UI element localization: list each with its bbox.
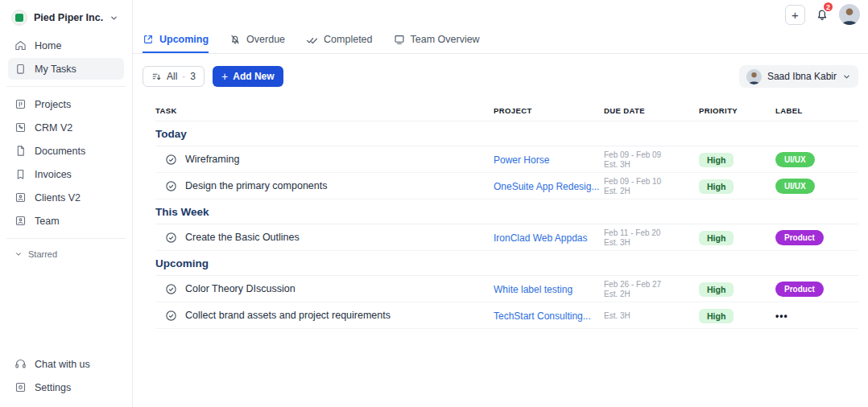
tab-label: Completed bbox=[324, 34, 372, 45]
starred-section-toggle[interactable]: Starred bbox=[8, 245, 124, 264]
workspace-switcher[interactable]: Pied Piper Inc. bbox=[8, 6, 124, 34]
label-badge: Product bbox=[775, 282, 824, 297]
sidebar-item-clients[interactable]: Clients V2 bbox=[8, 187, 124, 208]
task-complete-checkbox[interactable] bbox=[165, 232, 177, 244]
column-header-project: PROJECT bbox=[494, 106, 604, 115]
sidebar-item-team[interactable]: Team bbox=[8, 210, 124, 232]
add-new-button[interactable]: + Add New bbox=[213, 66, 283, 87]
table-row[interactable]: Create the Basic Outlines IronClad Web A… bbox=[155, 224, 858, 251]
workspace-name: Pied Piper Inc. bbox=[34, 12, 103, 23]
home-icon bbox=[14, 39, 27, 51]
column-header-label: LABEL bbox=[775, 106, 858, 115]
sidebar-item-chat[interactable]: Chat with us bbox=[8, 353, 124, 375]
table-header: TASK PROJECT DUE DATE PRIORITY LABEL bbox=[155, 101, 858, 121]
settings-icon bbox=[14, 381, 27, 393]
invoice-icon bbox=[14, 168, 27, 180]
profile-avatar[interactable] bbox=[839, 4, 860, 25]
task-title: Create the Basic Outlines bbox=[185, 232, 300, 243]
tasks-icon bbox=[14, 63, 27, 75]
sidebar-item-label: Settings bbox=[35, 382, 71, 393]
user-avatar bbox=[746, 69, 762, 84]
priority-badge: High bbox=[699, 231, 734, 245]
tab-bar: Upcoming Overdue Completed Team Overview bbox=[133, 29, 868, 54]
divider bbox=[6, 86, 126, 87]
table-row[interactable]: Color Theory DIscussion White label test… bbox=[155, 276, 858, 302]
phone-icon bbox=[14, 121, 27, 134]
column-header-task: TASK bbox=[155, 106, 494, 115]
due-estimate: Est. 3H bbox=[604, 160, 699, 169]
task-title: Collect brand assets and project require… bbox=[185, 310, 391, 321]
user-name: Saad Ibna Kabir bbox=[767, 71, 837, 82]
project-link[interactable]: White label testing bbox=[494, 284, 572, 295]
task-title: Wireframing bbox=[185, 154, 239, 165]
due-date-range: Feb 09 - Feb 10 bbox=[604, 177, 699, 186]
app-window: Pied Piper Inc. Home My Tasks Projects bbox=[0, 0, 868, 407]
divider bbox=[6, 238, 126, 239]
headset-icon bbox=[14, 358, 27, 370]
due-estimate: Est. 3H bbox=[604, 311, 699, 320]
table-row[interactable]: Wireframing Power Horse Feb 09 - Feb 09 … bbox=[155, 146, 858, 173]
document-icon bbox=[14, 145, 27, 157]
tab-overdue[interactable]: Overdue bbox=[229, 29, 285, 53]
project-link[interactable]: TechStart Consulting... bbox=[494, 310, 591, 322]
create-button[interactable]: + bbox=[785, 5, 805, 25]
sidebar-item-documents[interactable]: Documents bbox=[8, 140, 124, 162]
sidebar-item-settings[interactable]: Settings bbox=[8, 376, 124, 398]
workspace-logo-icon bbox=[11, 10, 27, 26]
due-estimate: Est. 3H bbox=[604, 238, 699, 247]
sidebar-item-label: CRM V2 bbox=[35, 122, 72, 134]
task-complete-checkbox[interactable] bbox=[165, 310, 177, 322]
main-area: + 2 Upcoming Overdue bbox=[133, 0, 868, 407]
priority-badge: High bbox=[699, 153, 734, 167]
section-title: Today bbox=[155, 121, 858, 146]
sidebar-item-label: Team bbox=[35, 216, 60, 227]
sidebar-item-my-tasks[interactable]: My Tasks bbox=[8, 58, 124, 80]
tab-team-overview[interactable]: Team Overview bbox=[394, 29, 480, 53]
table-row[interactable]: Design the primary components OneSuite A… bbox=[155, 173, 858, 199]
more-options-button[interactable]: ••• bbox=[775, 310, 788, 322]
bell-off-icon bbox=[229, 34, 241, 45]
sidebar-item-crm[interactable]: CRM V2 bbox=[8, 117, 124, 138]
tab-label: Team Overview bbox=[411, 34, 480, 45]
sidebar-item-home[interactable]: Home bbox=[8, 35, 124, 56]
notifications-button[interactable]: 2 bbox=[813, 6, 831, 23]
project-link[interactable]: Power Horse bbox=[494, 154, 549, 166]
filter-button[interactable]: All · 3 bbox=[143, 66, 205, 87]
team-icon bbox=[14, 215, 27, 227]
project-link[interactable]: OneSuite App Redesig... bbox=[494, 181, 599, 192]
sidebar-item-label: Clients V2 bbox=[35, 192, 81, 204]
label-badge: UI/UX bbox=[775, 179, 815, 194]
notification-badge: 2 bbox=[822, 1, 834, 13]
sidebar-item-label: Home bbox=[35, 40, 61, 51]
sidebar-item-label: Projects bbox=[35, 99, 71, 110]
priority-badge: High bbox=[699, 179, 734, 194]
sidebar-item-label: My Tasks bbox=[35, 64, 76, 75]
starred-label: Starred bbox=[28, 249, 57, 259]
sidebar-item-invoices[interactable]: Invoices bbox=[8, 163, 124, 185]
table-row[interactable]: Collect brand assets and project require… bbox=[155, 302, 858, 329]
sidebar-item-label: Chat with us bbox=[35, 359, 90, 370]
client-icon bbox=[14, 191, 27, 204]
assignee-filter-dropdown[interactable]: Saad Ibna Kabir bbox=[739, 65, 858, 88]
tab-completed[interactable]: Completed bbox=[306, 29, 372, 53]
project-link[interactable]: IronClad Web Appdas bbox=[494, 232, 588, 244]
task-complete-checkbox[interactable] bbox=[165, 283, 177, 295]
task-section: Today Wireframing Power Horse Feb 09 - F… bbox=[155, 121, 858, 199]
task-complete-checkbox[interactable] bbox=[165, 154, 177, 166]
task-table: TASK PROJECT DUE DATE PRIORITY LABEL Tod… bbox=[133, 101, 868, 329]
due-date-range: Feb 26 - Feb 27 bbox=[604, 280, 699, 289]
sort-icon bbox=[151, 72, 162, 82]
task-title: Color Theory DIscussion bbox=[185, 283, 296, 294]
topbar: + 2 bbox=[133, 0, 868, 29]
plus-icon: + bbox=[221, 70, 228, 83]
task-complete-checkbox[interactable] bbox=[165, 180, 177, 192]
tab-upcoming[interactable]: Upcoming bbox=[143, 29, 209, 53]
task-section: Upcoming Color Theory DIscussion White l… bbox=[155, 251, 858, 329]
sidebar: Pied Piper Inc. Home My Tasks Projects bbox=[0, 0, 133, 407]
plus-icon: + bbox=[792, 9, 799, 21]
sidebar-item-label: Invoices bbox=[35, 169, 72, 180]
column-header-priority: PRIORITY bbox=[699, 106, 775, 115]
sidebar-item-projects[interactable]: Projects bbox=[8, 93, 124, 115]
due-date-range: Feb 11 - Feb 20 bbox=[604, 228, 699, 237]
section-title: Upcoming bbox=[155, 251, 858, 276]
